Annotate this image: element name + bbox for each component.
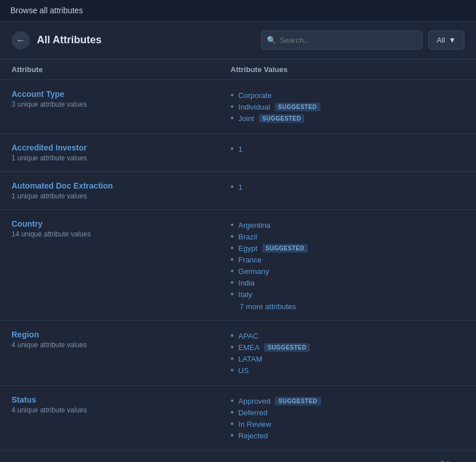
- list-item: ApprovedSUGGESTED: [231, 395, 464, 407]
- list-item: Argentina: [231, 219, 464, 231]
- values-list-accredited-investor: 1: [231, 143, 464, 155]
- attr-subtitle-status: 4 unique attribute values: [12, 406, 231, 414]
- list-item: APAC: [231, 330, 464, 341]
- list-item: 1: [231, 181, 464, 193]
- suggested-badge: SUGGESTED: [275, 103, 320, 111]
- value-link[interactable]: In Review: [239, 420, 271, 429]
- value-link[interactable]: Individual: [239, 103, 270, 111]
- header-right: 🔍 All ▼: [261, 31, 464, 50]
- values-list-status: ApprovedSUGGESTEDDeferredIn ReviewReject…: [231, 395, 464, 441]
- suggested-badge: SUGGESTED: [262, 244, 308, 253]
- list-item: In Review: [231, 418, 464, 430]
- attr-subtitle-region: 4 unique attribute values: [12, 341, 231, 349]
- list-item: EgyptSUGGESTED: [231, 242, 464, 254]
- title-bar-label: Browse all attributes: [10, 6, 83, 15]
- list-item: Rejected: [231, 430, 464, 441]
- value-link[interactable]: Egypt: [239, 244, 258, 253]
- filter-dropdown-button[interactable]: All ▼: [428, 31, 464, 50]
- values-list-automated-doc-extraction: 1: [231, 181, 464, 193]
- values-list-region: APACEMEASUGGESTEDLATAMUS: [231, 330, 464, 376]
- value-link[interactable]: APAC: [239, 332, 258, 340]
- value-link[interactable]: Joint: [239, 114, 254, 123]
- list-item: 1: [231, 143, 464, 155]
- attr-subtitle-accredited-investor: 1 unique attribute values: [12, 154, 231, 162]
- value-link[interactable]: 1: [239, 145, 243, 153]
- attr-name-country[interactable]: Country: [12, 219, 231, 228]
- attr-cell-region: Region4 unique attribute values: [12, 330, 231, 349]
- attr-name-account-type[interactable]: Account Type: [12, 89, 231, 99]
- list-item: IndividualSUGGESTED: [231, 101, 464, 112]
- value-link[interactable]: Approved: [239, 397, 271, 405]
- header-row: ← All Attributes 🔍 All ▼: [0, 21, 476, 59]
- table-row: Region4 unique attribute valuesAPACEMEAS…: [0, 321, 476, 386]
- attr-name-region[interactable]: Region: [12, 330, 231, 339]
- suggested-badge: SUGGESTED: [259, 114, 304, 123]
- list-item: Brazil: [231, 231, 464, 242]
- attr-name-status[interactable]: Status: [12, 395, 231, 404]
- attr-cell-status: Status4 unique attribute values: [12, 395, 231, 414]
- value-link[interactable]: Rejected: [239, 431, 268, 440]
- values-cell-automated-doc-extraction: 1: [231, 181, 464, 193]
- title-bar: Browse all attributes: [0, 0, 476, 21]
- attr-cell-account-type: Account Type3 unique attribute values: [12, 89, 231, 108]
- attr-subtitle-account-type: 3 unique attribute values: [12, 100, 231, 108]
- value-link[interactable]: Corporate: [239, 91, 272, 100]
- list-item: US: [231, 365, 464, 376]
- column-header-values: Attribute Values: [231, 65, 464, 74]
- column-header-attribute: Attribute: [12, 65, 231, 74]
- list-item: France: [231, 254, 464, 265]
- values-cell-country: ArgentinaBrazilEgyptSUGGESTEDFranceGerma…: [231, 219, 464, 311]
- value-link[interactable]: Deferred: [239, 408, 268, 417]
- suggested-badge: SUGGESTED: [275, 397, 320, 405]
- list-item: Corporate: [231, 89, 464, 101]
- attr-cell-automated-doc-extraction: Automated Doc Extraction1 unique attribu…: [12, 181, 231, 200]
- more-attributes-link[interactable]: 7 more attributes: [231, 302, 296, 311]
- back-icon: ←: [16, 35, 25, 46]
- attr-name-accredited-investor[interactable]: Accredited Investor: [12, 143, 231, 152]
- value-link[interactable]: Germany: [239, 267, 269, 276]
- chevron-down-icon: ▼: [448, 36, 456, 44]
- attr-subtitle-country: 14 unique attribute values: [12, 230, 231, 238]
- value-link[interactable]: 1: [239, 183, 243, 191]
- columns-header: Attribute Attribute Values: [0, 59, 476, 80]
- main-container: ← All Attributes 🔍 All ▼ Attribute Attri…: [0, 21, 476, 462]
- value-link[interactable]: Italy: [239, 290, 252, 299]
- values-cell-status: ApprovedSUGGESTEDDeferredIn ReviewReject…: [231, 395, 464, 441]
- value-link[interactable]: US: [239, 366, 249, 375]
- value-link[interactable]: Argentina: [239, 221, 271, 230]
- attr-name-automated-doc-extraction[interactable]: Automated Doc Extraction: [12, 181, 231, 190]
- list-item: JointSUGGESTED: [231, 112, 464, 124]
- item-count: 6 items: [440, 459, 464, 462]
- list-item: EMEASUGGESTED: [231, 341, 464, 353]
- list-item: Germany: [231, 265, 464, 277]
- list-item: LATAM: [231, 353, 464, 365]
- page-title: All Attributes: [37, 34, 101, 46]
- value-link[interactable]: Brazil: [239, 232, 258, 241]
- list-item: Italy: [231, 288, 464, 300]
- back-button[interactable]: ←: [12, 31, 30, 50]
- search-icon: 🔍: [267, 36, 276, 44]
- value-link[interactable]: EMEA: [239, 343, 260, 352]
- values-list-account-type: CorporateIndividualSUGGESTEDJointSUGGEST…: [231, 89, 464, 124]
- value-link[interactable]: LATAM: [239, 355, 262, 363]
- footer-row: 6 items: [0, 451, 476, 462]
- attr-cell-accredited-investor: Accredited Investor1 unique attribute va…: [12, 143, 231, 162]
- suggested-badge: SUGGESTED: [264, 343, 309, 352]
- search-input[interactable]: [261, 31, 422, 50]
- table-body: Account Type3 unique attribute valuesCor…: [0, 80, 476, 451]
- value-link[interactable]: India: [239, 279, 255, 287]
- attr-subtitle-automated-doc-extraction: 1 unique attribute values: [12, 192, 231, 200]
- search-container: 🔍: [261, 31, 422, 50]
- values-list-country: ArgentinaBrazilEgyptSUGGESTEDFranceGerma…: [231, 219, 464, 300]
- value-link[interactable]: France: [239, 256, 262, 264]
- table-row: Automated Doc Extraction1 unique attribu…: [0, 172, 476, 210]
- values-cell-region: APACEMEASUGGESTEDLATAMUS: [231, 330, 464, 376]
- filter-label: All: [437, 36, 445, 44]
- table-row: Country14 unique attribute valuesArgenti…: [0, 210, 476, 321]
- table-row: Account Type3 unique attribute valuesCor…: [0, 80, 476, 134]
- attr-cell-country: Country14 unique attribute values: [12, 219, 231, 238]
- header-left: ← All Attributes: [12, 31, 101, 50]
- table-row: Accredited Investor1 unique attribute va…: [0, 134, 476, 172]
- list-item: Deferred: [231, 407, 464, 418]
- values-cell-account-type: CorporateIndividualSUGGESTEDJointSUGGEST…: [231, 89, 464, 124]
